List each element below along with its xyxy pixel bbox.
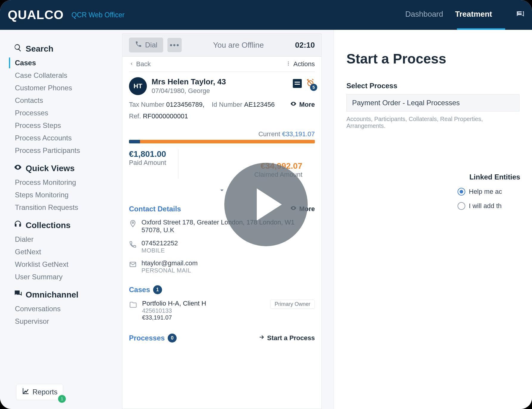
mail-icon — [129, 259, 137, 274]
customer-sub: 07/04/1980, George — [152, 87, 288, 95]
sidebar-item-processes[interactable]: Processes — [9, 108, 114, 118]
tab-dashboard[interactable]: Dashboard — [405, 10, 443, 21]
paid-amount: €1,801.00 Paid Amount — [129, 149, 166, 179]
dial-button[interactable]: Dial — [129, 38, 163, 52]
email-row: htaylor@gmail.com PERSONAL MAIL — [129, 259, 315, 274]
id-numbers: Tax Number 0123456789, Id Number AE12345… — [129, 101, 275, 109]
arrow-right-icon — [258, 334, 265, 342]
sidebar-item-supervisor[interactable]: Supervisor — [9, 316, 114, 327]
offline-status: You are Offline — [186, 41, 291, 50]
customer-name: Mrs Helen Taylor, 43 — [152, 77, 288, 86]
right-panel: Start a Process Select Process Payment O… — [334, 30, 532, 409]
sidebar-item-conversations[interactable]: Conversations — [9, 303, 114, 314]
case-item[interactable]: Portfolio H-A, Client H 425610133 €33,19… — [129, 300, 315, 321]
chart-icon — [22, 387, 29, 397]
reports-button[interactable]: Reports 1 — [16, 384, 63, 400]
radio-label: I will add th — [469, 202, 502, 210]
chevron-left-icon — [129, 60, 134, 68]
callbar-more-button[interactable]: ••• — [167, 38, 182, 52]
phone-icon — [129, 239, 137, 254]
sidebar-item-getnext[interactable]: GetNext — [9, 247, 114, 257]
headset-icon — [14, 220, 22, 230]
actions-button[interactable]: Actions — [286, 60, 315, 68]
back-label: Back — [136, 60, 151, 68]
page-title: Start a Process — [346, 51, 519, 67]
select-process-label: Select Process — [346, 82, 519, 90]
linked-entities-title: Linked Entities — [458, 173, 532, 181]
sidebar-item-process-steps[interactable]: Process Steps — [9, 120, 114, 131]
cases-header: Cases 1 — [129, 285, 315, 294]
eye-icon — [14, 163, 22, 173]
radio-icon — [458, 202, 465, 210]
processes-count-badge: 0 — [168, 334, 177, 343]
svg-point-4 — [132, 222, 133, 223]
svg-point-2 — [288, 65, 289, 66]
section-quickviews: Quick Views — [14, 163, 114, 173]
call-timer: 02:10 — [295, 41, 315, 50]
sidebar-item-process-participants[interactable]: Process Participants — [9, 145, 114, 156]
kebab-icon — [286, 60, 291, 68]
eye-icon — [290, 100, 297, 109]
sidebar-item-contacts[interactable]: Contacts — [9, 95, 114, 106]
start-process-link[interactable]: Start a Process — [258, 334, 315, 342]
sidebar-item-process-accounts[interactable]: Process Accounts — [9, 133, 114, 143]
sidebar-item-cases[interactable]: Cases — [9, 58, 114, 68]
sidebar-item-steps-monitoring[interactable]: Steps Monitoring — [9, 190, 114, 200]
breadcrumb-row: Back Actions — [129, 57, 315, 72]
svg-point-1 — [288, 63, 289, 64]
brand-subtitle: QCR Web Officer — [71, 11, 125, 19]
radio-icon — [458, 188, 465, 196]
sidebar-item-customer-phones[interactable]: Customer Phones — [9, 83, 114, 93]
section-collections: Collections — [14, 220, 114, 230]
process-select[interactable]: Payment Order - Leqal Processes — [346, 94, 519, 111]
contact-details-title: Contact Details — [129, 205, 181, 213]
chat-icon[interactable] — [515, 10, 524, 20]
brand-logo: QUALCO — [8, 8, 64, 22]
phone-row: 0745212252 MOBILE — [129, 239, 315, 254]
folder-icon — [129, 300, 137, 310]
start-process-label: Start a Process — [267, 334, 315, 342]
alarm-icon[interactable]: 5 — [306, 78, 315, 89]
more-label: More — [299, 101, 315, 109]
svg-point-0 — [288, 61, 289, 62]
sidebar-item-worklist-getnext[interactable]: Worklist GetNext — [9, 259, 114, 270]
play-icon — [257, 188, 282, 221]
section-omnichannel: Omnichannel — [14, 289, 114, 300]
section-title-label: Omnichannel — [26, 290, 78, 300]
chat-icon — [14, 289, 22, 300]
sidebar-item-dialer[interactable]: Dialer — [9, 234, 114, 245]
section-title-label: Search — [26, 44, 53, 54]
processes-header: Processes 0 — [129, 334, 177, 343]
reference-row: Ref. RF0000000001 — [129, 112, 315, 120]
comments-icon[interactable] — [293, 79, 302, 88]
sidebar-item-user-summary[interactable]: User Summary — [9, 272, 114, 282]
search-items: Cases Case Collaterals Customer Phones C… — [14, 58, 114, 156]
avatar: HT — [129, 77, 147, 95]
cases-count-badge: 1 — [153, 285, 162, 294]
play-button[interactable] — [224, 163, 308, 246]
alarm-badge: 5 — [310, 84, 317, 91]
more-ids-button[interactable]: More — [290, 100, 315, 109]
actions-label: Actions — [293, 60, 315, 68]
sidebar: Search Cases Case Collaterals Customer P… — [0, 30, 120, 409]
current-amount-row: Current €33,191.07 — [129, 130, 315, 138]
sidebar-item-transition-requests[interactable]: Transition Requests — [9, 202, 114, 213]
ownership-chip: Primary Owner — [270, 300, 315, 309]
section-title-label: Collections — [26, 221, 71, 230]
tab-treatment[interactable]: Treatment — [455, 10, 492, 21]
section-title-label: Quick Views — [26, 164, 74, 173]
topbar: QUALCO QCR Web Officer Dashboard Treatme… — [0, 0, 532, 30]
phone-icon — [135, 41, 142, 49]
dial-label: Dial — [145, 41, 157, 49]
top-tabs: Dashboard Treatment — [405, 10, 524, 21]
reports-badge: 1 — [58, 395, 66, 403]
progress-bar — [129, 140, 315, 143]
back-button[interactable]: Back — [129, 60, 151, 68]
radio-help-me[interactable]: Help me ac — [458, 188, 532, 196]
search-icon — [14, 44, 22, 54]
select-hint: Accounts, Participants, Collaterals, Rea… — [346, 116, 519, 129]
radio-i-will-add[interactable]: I will add th — [458, 202, 532, 210]
sidebar-item-case-collaterals[interactable]: Case Collaterals — [9, 70, 114, 81]
sidebar-item-process-monitoring[interactable]: Process Monitoring — [9, 177, 114, 188]
callbar: Dial ••• You are Offline 02:10 — [122, 33, 322, 57]
